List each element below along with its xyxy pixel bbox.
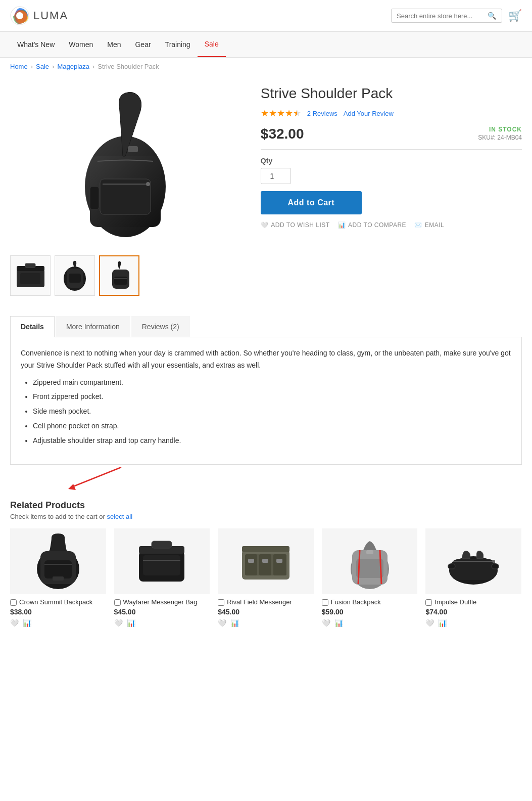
- related-item-4-actions: 🤍 📊: [322, 619, 343, 627]
- star-rating: ★★★★★★: [261, 108, 301, 119]
- email-link[interactable]: ✉️ EMAIL: [414, 221, 444, 229]
- thumb-3-icon: [103, 259, 136, 292]
- thumbnail-1[interactable]: [10, 255, 51, 296]
- related-item-4: Fusion Backpack $59.00 🤍 📊: [322, 528, 418, 627]
- related-item-3-name-row: Rival Field Messenger: [218, 598, 292, 606]
- svg-rect-7: [90, 187, 99, 209]
- related-item-4-wishlist-icon[interactable]: 🤍: [322, 619, 330, 627]
- wish-list-link[interactable]: 🤍 ADD TO WISH LIST: [261, 221, 330, 229]
- related-item-1-compare-icon[interactable]: 📊: [23, 619, 31, 627]
- sku: SKU#: 24-MB04: [478, 134, 522, 141]
- sku-label: SKU#:: [478, 134, 496, 141]
- breadcrumb-home[interactable]: Home: [10, 63, 28, 70]
- related-item-2-image[interactable]: [114, 528, 210, 594]
- search-input[interactable]: [397, 12, 488, 20]
- sku-value: 24-MB04: [497, 134, 522, 141]
- related-item-4-checkbox[interactable]: [322, 599, 328, 606]
- product-image-svg: [60, 85, 191, 247]
- related-item-5: Impulse Duffle $74.00 🤍 📊: [425, 528, 521, 627]
- related-item-4-name: Fusion Backpack: [331, 598, 381, 606]
- related-item-5-compare-icon[interactable]: 📊: [438, 619, 447, 627]
- compare-icon: 📊: [338, 221, 346, 229]
- product-images: [10, 85, 240, 296]
- qty-label: Qty: [261, 157, 522, 165]
- nav-item-sale[interactable]: Sale: [198, 32, 226, 57]
- related-item-1-checkbox[interactable]: [10, 599, 17, 606]
- svg-rect-15: [69, 274, 81, 283]
- related-item-1-image[interactable]: [10, 528, 106, 594]
- nav-item-women[interactable]: Women: [62, 32, 100, 57]
- related-title: Related Products: [10, 500, 522, 511]
- breadcrumb-sale[interactable]: Sale: [36, 63, 49, 70]
- qty-input[interactable]: [261, 168, 291, 184]
- tab-description: Convenience is next to nothing when your…: [21, 347, 511, 447]
- related-item-2-name-row: Wayfarer Messenger Bag: [114, 598, 198, 606]
- annotation-arrow: [40, 465, 131, 490]
- related-item-2: Wayfarer Messenger Bag $45.00 🤍 📊: [114, 528, 210, 627]
- email-icon: ✉️: [414, 221, 422, 229]
- related-item-4-compare-icon[interactable]: 📊: [334, 619, 343, 627]
- nav-item-whats-new[interactable]: What's New: [10, 32, 62, 57]
- svg-point-6: [146, 182, 150, 186]
- breadcrumb-mageplaza[interactable]: Mageplaza: [57, 63, 89, 70]
- related-item-4-image[interactable]: [322, 528, 418, 594]
- in-stock-label: IN STOCK: [478, 126, 522, 133]
- nav-item-training[interactable]: Training: [158, 32, 198, 57]
- cart-icon[interactable]: 🛒: [508, 9, 522, 22]
- related-item-1-wishlist-icon[interactable]: 🤍: [10, 619, 19, 627]
- add-to-cart-button[interactable]: Add to Cart: [261, 191, 362, 214]
- search-bar[interactable]: 🔍: [391, 9, 502, 23]
- thumbnail-row: [10, 255, 240, 296]
- related-item-2-price: $45.00: [114, 608, 136, 616]
- related-item-1-price: $38.00: [10, 608, 32, 616]
- wayfarer-img: [134, 531, 189, 592]
- product-section: Strive Shoulder Pack ★★★★★★ 2 Reviews Ad…: [0, 75, 532, 306]
- svg-rect-32: [242, 546, 289, 552]
- add-review-link[interactable]: Add Your Review: [344, 110, 394, 117]
- feature-5: Adjustable shoulder strap and top carry …: [33, 435, 511, 447]
- related-item-5-actions: 🤍 📊: [425, 619, 447, 627]
- logo[interactable]: LUMA: [10, 6, 68, 25]
- search-icon[interactable]: 🔍: [488, 12, 496, 20]
- arrow-annotation: [0, 465, 532, 490]
- related-item-3-compare-icon[interactable]: 📊: [230, 619, 239, 627]
- related-item-3-wishlist-icon[interactable]: 🤍: [218, 619, 226, 627]
- thumbnail-2[interactable]: [55, 255, 95, 296]
- related-item-2-compare-icon[interactable]: 📊: [127, 619, 135, 627]
- svg-rect-49: [492, 564, 499, 569]
- thumbnail-3[interactable]: [99, 255, 139, 296]
- svg-point-51: [492, 560, 495, 563]
- main-nav: What's New Women Men Gear Training Sale: [0, 32, 532, 58]
- impulse-duffle-img: [446, 531, 501, 592]
- header-right: 🔍 🛒: [391, 9, 522, 23]
- reviews-link[interactable]: 2 Reviews: [307, 110, 337, 117]
- related-item-4-price: $59.00: [322, 608, 344, 616]
- svg-rect-34: [245, 554, 257, 575]
- select-all-link[interactable]: select all: [107, 513, 133, 520]
- related-item-3-image[interactable]: [218, 528, 314, 594]
- nav-item-gear[interactable]: Gear: [128, 32, 158, 57]
- compare-link[interactable]: 📊 ADD TO COMPARE: [338, 221, 407, 229]
- tab-desc-text: Convenience is next to nothing when your…: [21, 347, 511, 372]
- thumb-1-icon: [14, 262, 47, 290]
- related-item-2-wishlist-icon[interactable]: 🤍: [114, 619, 123, 627]
- related-item-5-checkbox[interactable]: [425, 599, 432, 606]
- product-title: Strive Shoulder Pack: [261, 85, 522, 102]
- tab-reviews[interactable]: Reviews (2): [131, 316, 190, 337]
- product-price: $32.00: [261, 126, 304, 142]
- breadcrumb-sep-1: ›: [31, 63, 33, 70]
- related-item-1: Crown Summit Backpack $38.00 🤍 📊: [10, 528, 106, 627]
- svg-rect-28: [152, 541, 172, 548]
- breadcrumb-current: Strive Shoulder Pack: [98, 63, 159, 70]
- tab-details[interactable]: Details: [10, 316, 55, 337]
- nav-item-men[interactable]: Men: [100, 32, 128, 57]
- related-item-3-checkbox[interactable]: [218, 599, 224, 606]
- related-item-5-image[interactable]: [425, 528, 521, 594]
- svg-line-19: [71, 467, 121, 487]
- related-item-2-checkbox[interactable]: [114, 599, 121, 606]
- related-item-1-name: Crown Summit Backpack: [19, 598, 92, 606]
- related-item-2-name: Wayfarer Messenger Bag: [123, 598, 198, 606]
- related-item-5-wishlist-icon[interactable]: 🤍: [425, 619, 434, 627]
- tab-more-info[interactable]: More Information: [56, 316, 130, 337]
- svg-rect-38: [262, 559, 268, 563]
